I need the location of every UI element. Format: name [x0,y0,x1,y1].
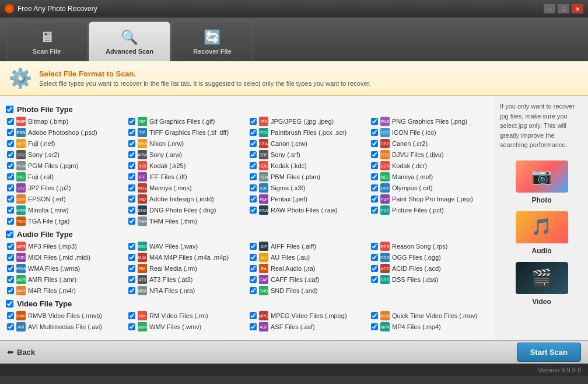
audio-thumbnail: 🎵 [516,211,568,243]
list-item: PEFPentax (.pef) [249,194,368,204]
list-item: RMVRMVB Video Files (.rmvb) [6,310,125,321]
restore-button[interactable]: □ [558,4,569,13]
tab-scan-file[interactable]: 🖥 Scan File [6,22,88,61]
thm-icon: THM [138,217,147,226]
info-banner: ⚙️ Select File Format to Scan. Select fi… [0,61,588,96]
list-item: SRFSony (.srf) [249,149,368,160]
psp-icon: PSP [380,194,390,204]
photo-section-header: Photo File Type [6,105,489,114]
list-item: INDAdobe Indesign (.indd) [127,194,246,204]
x3f-icon: X3F [259,183,268,193]
list-item: PBMPBM Files (.pbm) [249,172,368,182]
banner-icon: ⚙️ [9,67,32,89]
kdc-icon: KDC [259,161,268,170]
erf-icon: ERF [16,194,26,204]
asf-icon: ASF [259,322,268,331]
ico-icon: ICO [380,128,390,137]
list-item: DJVDJVU Files (.djvu) [370,149,489,160]
video-section-header: Video File Type [6,299,489,308]
pbm-icon: PBM [259,172,268,181]
dng-icon: DNG [138,205,147,215]
djvu-icon: DJV [380,150,390,159]
list-item [249,216,368,226]
tabs-bar: 🖥 Scan File 🔍 Advanced Scan 🔄 Recover Fi… [0,18,588,61]
iff-icon: IFF [138,172,147,181]
tiff-icon: TIF [138,128,147,137]
mp4-icon: MP4 [380,322,390,331]
list-item: GIFGif Graphics Files (.gif) [127,116,246,127]
video-thumbnail: 🎬 [516,262,568,294]
list-item: M4RM4R Files (.m4r) [6,285,125,296]
list-item: AUAU Files (.au) [249,252,368,263]
raw-icon: RAW [259,205,268,215]
list-item: RAReal Audio (.ra) [249,263,368,274]
list-item: PCXPaintbrush Files (.pcx .scr) [249,127,368,138]
rmvb-icon: RMV [16,311,26,320]
mrw-icon: MRW [16,205,26,215]
tab-advanced-scan-label: Advanced Scan [106,48,153,55]
nra-icon: NRA [138,286,147,295]
tga-icon: TGA [16,217,26,226]
photo-section-checkbox[interactable] [6,106,13,113]
acd-icon: ACD [380,264,390,273]
list-item: M4AM4A M4P Files (.m4a .m4p) [127,252,246,263]
mos-icon: MOS [138,183,147,193]
list-item: MIDMIDI Files (.mid .midi) [6,252,125,263]
tab-advanced-scan[interactable]: 🔍 Advanced Scan [89,22,170,61]
list-item: NEFFuji (.nef) [6,138,125,149]
ogg-icon: OGG [380,253,390,262]
list-item: NRWNikon (.nrw) [127,138,246,149]
list-item: AIFAIFF Files (.aiff) [249,241,368,252]
list-item: DSSDSS Files (.dss) [370,274,489,285]
list-item: PNGPNG Graphics Files (.png) [370,116,489,127]
wma-icon: WMA [16,264,26,273]
app-title: Free Any Photo Recovery [18,5,544,13]
rm-icon: RM [138,264,147,273]
k25-icon: K25 [138,161,147,170]
sidebar-category-audio[interactable]: 🎵 Audio [500,211,583,256]
video-section-checkbox[interactable] [6,300,13,308]
audio-category-label: Audio [532,246,552,256]
list-item: ARWSony (.arw) [127,149,246,160]
file-list-area: Photo File Type BMPBitmap (.bmp) GIFGif … [0,96,495,340]
audio-section-checkbox[interactable] [6,231,13,238]
title-bar: Free Any Photo Recovery ─ □ ✕ [0,0,588,18]
list-item: SNDSND Files (.snd) [249,285,368,296]
mef-icon: MEF [380,172,390,181]
jp2-icon: JP2 [16,183,26,193]
version-bar: Version 9.9.9.8 [0,364,588,376]
list-item: CR2Canon (.cr2) [370,138,489,149]
minimize-button[interactable]: ─ [544,4,555,13]
list-item [370,216,489,226]
nef-icon: NEF [16,139,26,148]
close-button[interactable]: ✕ [572,4,583,13]
list-item: RMReal Media (.rm) [127,263,246,274]
banner-title: Select File Format to Scan. [39,69,371,78]
list-item: ASFASF Files (.asf) [249,322,368,332]
tab-recover-file[interactable]: 🔄 Recover File [172,22,253,61]
advanced-scan-icon: 🔍 [121,29,138,46]
photo-file-grid: BMPBitmap (.bmp) GIFGif Graphics Files (… [6,116,489,226]
sidebar-category-video[interactable]: 🎬 Video [500,262,583,307]
m4a-icon: M4A [138,253,147,262]
sr2-icon: SR2 [16,150,26,159]
sidebar-category-photo[interactable]: 📷 Photo [500,160,583,205]
list-item: AVIAVI Multimedias File (.avi) [6,322,125,332]
version-text: Version 9.9.9.8 [538,366,581,373]
jpg-icon: JPG [259,117,268,126]
rps-icon: RPS [380,242,390,251]
midi-icon: MID [16,253,26,262]
start-scan-button[interactable]: Start Scan [517,343,581,362]
ra-icon: RA [259,264,268,273]
back-button[interactable]: ⬅ Back [7,348,35,357]
wav-icon: WAV [138,242,147,251]
list-item: AT3AT3 Files (.at3) [127,274,246,285]
list-item: MOVQuick Time Video Files (.mov) [370,310,489,321]
list-item: MRWMinolta (.mrw) [6,205,125,215]
list-item: MP4MP4 Files (.mp4) [370,322,489,332]
pcx-icon: PCX [259,128,268,137]
list-item: PGMPGM Files (.pgm) [6,160,125,171]
tab-scan-file-label: Scan File [33,48,61,55]
list-item: X3FSigma (.x3f) [249,183,368,193]
aiff-icon: AIF [259,242,268,251]
